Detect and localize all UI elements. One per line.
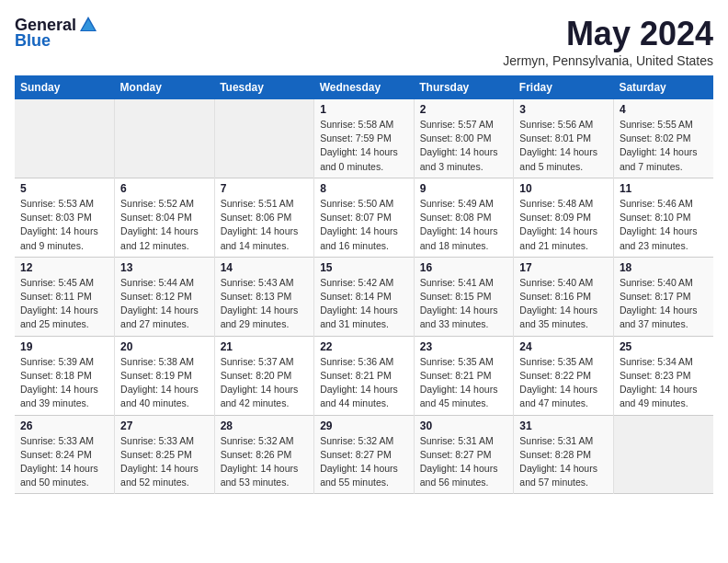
calendar-cell: 2Sunrise: 5:57 AMSunset: 8:00 PMDaylight… xyxy=(414,99,514,178)
week-row-5: 26Sunrise: 5:33 AMSunset: 8:24 PMDayligh… xyxy=(15,415,713,494)
day-number: 21 xyxy=(221,340,309,353)
calendar-cell: 9Sunrise: 5:49 AMSunset: 8:08 PMDaylight… xyxy=(414,178,514,257)
calendar-cell: 4Sunrise: 5:55 AMSunset: 8:02 PMDaylight… xyxy=(613,99,713,178)
calendar-cell: 20Sunrise: 5:38 AMSunset: 8:19 PMDayligh… xyxy=(115,336,215,415)
day-info: Sunrise: 5:50 AMSunset: 8:07 PMDaylight:… xyxy=(320,197,408,253)
day-number: 18 xyxy=(620,261,708,274)
day-number: 12 xyxy=(20,261,108,274)
calendar-cell xyxy=(214,99,314,178)
calendar-cell: 12Sunrise: 5:45 AMSunset: 8:11 PMDayligh… xyxy=(15,257,115,336)
calendar-cell: 25Sunrise: 5:34 AMSunset: 8:23 PMDayligh… xyxy=(613,336,713,415)
day-info: Sunrise: 5:38 AMSunset: 8:19 PMDaylight:… xyxy=(120,355,209,411)
day-number: 7 xyxy=(221,182,309,195)
day-number: 6 xyxy=(120,182,209,195)
day-number: 25 xyxy=(620,340,708,353)
day-info: Sunrise: 5:56 AMSunset: 8:01 PMDaylight:… xyxy=(519,118,608,174)
day-number: 27 xyxy=(120,419,209,432)
month-title: May 2024 xyxy=(503,15,713,53)
day-number: 24 xyxy=(519,340,608,353)
calendar-cell: 16Sunrise: 5:41 AMSunset: 8:15 PMDayligh… xyxy=(414,257,514,336)
calendar-cell: 22Sunrise: 5:36 AMSunset: 8:21 PMDayligh… xyxy=(314,336,415,415)
day-number: 11 xyxy=(620,182,708,195)
day-info: Sunrise: 5:49 AMSunset: 8:08 PMDaylight:… xyxy=(420,197,508,253)
calendar-cell: 26Sunrise: 5:33 AMSunset: 8:24 PMDayligh… xyxy=(15,415,115,494)
weekday-header-monday: Monday xyxy=(115,75,215,99)
week-row-3: 12Sunrise: 5:45 AMSunset: 8:11 PMDayligh… xyxy=(15,257,713,336)
calendar-cell: 19Sunrise: 5:39 AMSunset: 8:18 PMDayligh… xyxy=(15,336,115,415)
day-number: 13 xyxy=(120,261,209,274)
day-info: Sunrise: 5:44 AMSunset: 8:12 PMDaylight:… xyxy=(120,276,209,332)
day-info: Sunrise: 5:33 AMSunset: 8:24 PMDaylight:… xyxy=(20,434,108,490)
day-number: 2 xyxy=(420,103,508,116)
calendar-cell: 10Sunrise: 5:48 AMSunset: 8:09 PMDayligh… xyxy=(514,178,614,257)
calendar-cell: 31Sunrise: 5:31 AMSunset: 8:28 PMDayligh… xyxy=(514,415,614,494)
calendar-cell: 29Sunrise: 5:32 AMSunset: 8:27 PMDayligh… xyxy=(314,415,415,494)
calendar-cell: 24Sunrise: 5:35 AMSunset: 8:22 PMDayligh… xyxy=(514,336,614,415)
weekday-header-row: SundayMondayTuesdayWednesdayThursdayFrid… xyxy=(15,75,713,99)
day-number: 9 xyxy=(420,182,508,195)
logo-blue-text: Blue xyxy=(15,31,51,51)
weekday-header-thursday: Thursday xyxy=(414,75,514,99)
day-info: Sunrise: 5:52 AMSunset: 8:04 PMDaylight:… xyxy=(120,197,209,253)
calendar-cell: 1Sunrise: 5:58 AMSunset: 7:59 PMDaylight… xyxy=(314,99,415,178)
week-row-2: 5Sunrise: 5:53 AMSunset: 8:03 PMDaylight… xyxy=(15,178,713,257)
day-info: Sunrise: 5:39 AMSunset: 8:18 PMDaylight:… xyxy=(20,355,108,411)
day-number: 28 xyxy=(221,419,309,432)
day-info: Sunrise: 5:53 AMSunset: 8:03 PMDaylight:… xyxy=(20,197,108,253)
day-info: Sunrise: 5:31 AMSunset: 8:27 PMDaylight:… xyxy=(420,434,508,490)
day-number: 20 xyxy=(120,340,209,353)
calendar-table: SundayMondayTuesdayWednesdayThursdayFrid… xyxy=(15,75,713,494)
day-info: Sunrise: 5:32 AMSunset: 8:27 PMDaylight:… xyxy=(320,434,408,490)
calendar-cell: 23Sunrise: 5:35 AMSunset: 8:21 PMDayligh… xyxy=(414,336,514,415)
day-info: Sunrise: 5:48 AMSunset: 8:09 PMDaylight:… xyxy=(519,197,608,253)
day-info: Sunrise: 5:45 AMSunset: 8:11 PMDaylight:… xyxy=(20,276,108,332)
logo-icon xyxy=(78,15,98,35)
day-info: Sunrise: 5:33 AMSunset: 8:25 PMDaylight:… xyxy=(120,434,209,490)
calendar-cell: 5Sunrise: 5:53 AMSunset: 8:03 PMDaylight… xyxy=(15,178,115,257)
day-number: 23 xyxy=(420,340,508,353)
weekday-header-sunday: Sunday xyxy=(15,75,115,99)
day-info: Sunrise: 5:43 AMSunset: 8:13 PMDaylight:… xyxy=(221,276,309,332)
day-info: Sunrise: 5:46 AMSunset: 8:10 PMDaylight:… xyxy=(620,197,708,253)
day-info: Sunrise: 5:36 AMSunset: 8:21 PMDaylight:… xyxy=(320,355,408,411)
weekday-header-wednesday: Wednesday xyxy=(314,75,415,99)
calendar-cell: 15Sunrise: 5:42 AMSunset: 8:14 PMDayligh… xyxy=(314,257,415,336)
day-info: Sunrise: 5:58 AMSunset: 7:59 PMDaylight:… xyxy=(320,118,408,174)
calendar-cell: 7Sunrise: 5:51 AMSunset: 8:06 PMDaylight… xyxy=(214,178,314,257)
day-number: 15 xyxy=(320,261,408,274)
calendar-cell: 17Sunrise: 5:40 AMSunset: 8:16 PMDayligh… xyxy=(514,257,614,336)
calendar-cell: 13Sunrise: 5:44 AMSunset: 8:12 PMDayligh… xyxy=(115,257,215,336)
day-info: Sunrise: 5:55 AMSunset: 8:02 PMDaylight:… xyxy=(620,118,708,174)
weekday-header-saturday: Saturday xyxy=(613,75,713,99)
calendar-cell: 14Sunrise: 5:43 AMSunset: 8:13 PMDayligh… xyxy=(214,257,314,336)
day-info: Sunrise: 5:41 AMSunset: 8:15 PMDaylight:… xyxy=(420,276,508,332)
week-row-4: 19Sunrise: 5:39 AMSunset: 8:18 PMDayligh… xyxy=(15,336,713,415)
calendar-cell: 11Sunrise: 5:46 AMSunset: 8:10 PMDayligh… xyxy=(613,178,713,257)
calendar-cell xyxy=(15,99,115,178)
day-number: 30 xyxy=(420,419,508,432)
day-info: Sunrise: 5:40 AMSunset: 8:17 PMDaylight:… xyxy=(620,276,708,332)
day-number: 14 xyxy=(221,261,309,274)
calendar-cell: 8Sunrise: 5:50 AMSunset: 8:07 PMDaylight… xyxy=(314,178,415,257)
calendar-cell: 27Sunrise: 5:33 AMSunset: 8:25 PMDayligh… xyxy=(115,415,215,494)
calendar-cell: 21Sunrise: 5:37 AMSunset: 8:20 PMDayligh… xyxy=(214,336,314,415)
title-block: May 2024 Jermyn, Pennsylvania, United St… xyxy=(503,15,713,68)
day-info: Sunrise: 5:35 AMSunset: 8:22 PMDaylight:… xyxy=(519,355,608,411)
day-number: 26 xyxy=(20,419,108,432)
page-header: General Blue May 2024 Jermyn, Pennsylvan… xyxy=(15,15,713,68)
day-number: 22 xyxy=(320,340,408,353)
logo: General Blue xyxy=(15,15,100,51)
weekday-header-friday: Friday xyxy=(514,75,614,99)
day-number: 31 xyxy=(519,419,608,432)
calendar-cell: 28Sunrise: 5:32 AMSunset: 8:26 PMDayligh… xyxy=(214,415,314,494)
day-info: Sunrise: 5:35 AMSunset: 8:21 PMDaylight:… xyxy=(420,355,508,411)
day-info: Sunrise: 5:51 AMSunset: 8:06 PMDaylight:… xyxy=(221,197,309,253)
day-info: Sunrise: 5:31 AMSunset: 8:28 PMDaylight:… xyxy=(519,434,608,490)
calendar-cell: 18Sunrise: 5:40 AMSunset: 8:17 PMDayligh… xyxy=(613,257,713,336)
day-info: Sunrise: 5:57 AMSunset: 8:00 PMDaylight:… xyxy=(420,118,508,174)
day-number: 10 xyxy=(519,182,608,195)
calendar-cell xyxy=(613,415,713,494)
day-number: 29 xyxy=(320,419,408,432)
calendar-cell xyxy=(115,99,215,178)
location: Jermyn, Pennsylvania, United States xyxy=(503,53,713,68)
